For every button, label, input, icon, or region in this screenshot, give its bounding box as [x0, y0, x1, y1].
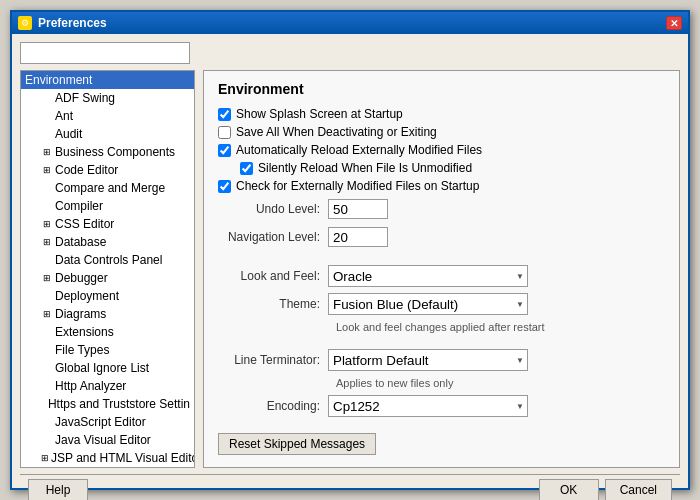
theme-row: Theme: Fusion Blue (Default) Dark Light [218, 293, 665, 315]
sidebar-label-file-types: File Types [55, 343, 109, 357]
field-input-navigation-level[interactable] [328, 227, 388, 247]
line-terminator-select[interactable]: Platform Default Unix (\n) Windows (\r\n… [328, 349, 528, 371]
sidebar-item-database[interactable]: ⊞Database [21, 233, 194, 251]
field-label-navigation-level: Navigation Level: [218, 230, 328, 244]
search-input[interactable] [20, 42, 190, 64]
checkbox-row-save-all: Save All When Deactivating or Exiting [218, 125, 665, 139]
sidebar-item-ant[interactable]: Ant [21, 107, 194, 125]
window-title: Preferences [38, 16, 107, 30]
checkbox-row-auto-reload: Automatically Reload Externally Modified… [218, 143, 665, 157]
checkbox-show-splash[interactable] [218, 108, 231, 121]
lt-hint: Applies to new files only [336, 377, 665, 389]
checkbox-label-check-external: Check for Externally Modified Files on S… [236, 179, 479, 193]
sidebar-label-debugger: Debugger [55, 271, 108, 285]
expand-icon-business-components[interactable]: ⊞ [41, 147, 53, 157]
title-bar: ⚙ Preferences ✕ [12, 12, 688, 34]
sidebar-label-https-truststore: Https and Truststore Settin [48, 397, 190, 411]
sidebar-label-audit: Audit [55, 127, 82, 141]
checkbox-row-check-external: Check for Externally Modified Files on S… [218, 179, 665, 193]
sidebar-label-extensions: Extensions [55, 325, 114, 339]
ok-button[interactable]: OK [539, 479, 599, 500]
sidebar-list: EnvironmentADF SwingAntAudit⊞Business Co… [21, 71, 194, 467]
sidebar-item-adf-swing[interactable]: ADF Swing [21, 89, 194, 107]
sidebar-label-ant: Ant [55, 109, 73, 123]
window-body: EnvironmentADF SwingAntAudit⊞Business Co… [12, 34, 688, 500]
sidebar-label-database: Database [55, 235, 106, 249]
field-input-undo-level[interactable] [328, 199, 388, 219]
checkbox-save-all[interactable] [218, 126, 231, 139]
sidebar-label-css-editor: CSS Editor [55, 217, 114, 231]
sidebar-item-code-editor[interactable]: ⊞Code Editor [21, 161, 194, 179]
sidebar-label-diagrams: Diagrams [55, 307, 106, 321]
preferences-window: ⚙ Preferences ✕ EnvironmentADF SwingAntA… [10, 10, 690, 490]
sidebar: EnvironmentADF SwingAntAudit⊞Business Co… [20, 70, 195, 468]
sidebar-label-compare-and-merge: Compare and Merge [55, 181, 165, 195]
theme-select[interactable]: Fusion Blue (Default) Dark Light [328, 293, 528, 315]
sidebar-label-adf-swing: ADF Swing [55, 91, 115, 105]
sidebar-label-global-ignore-list: Global Ignore List [55, 361, 149, 375]
footer: Help OK Cancel [20, 474, 680, 500]
checkbox-row-show-splash: Show Splash Screen at Startup [218, 107, 665, 121]
look-and-feel-label: Look and Feel: [218, 269, 328, 283]
checkbox-silently-reload[interactable] [240, 162, 253, 175]
field-row-undo-level: Undo Level: [218, 199, 665, 219]
checkbox-label-save-all: Save All When Deactivating or Exiting [236, 125, 437, 139]
field-row-navigation-level: Navigation Level: [218, 227, 665, 247]
checkbox-check-external[interactable] [218, 180, 231, 193]
theme-wrapper: Fusion Blue (Default) Dark Light [328, 293, 528, 315]
field-label-undo-level: Undo Level: [218, 202, 328, 216]
checkboxes-container: Show Splash Screen at StartupSave All Wh… [218, 107, 665, 193]
sidebar-item-compare-and-merge[interactable]: Compare and Merge [21, 179, 194, 197]
right-panel: Environment Show Splash Screen at Startu… [203, 70, 680, 468]
sidebar-item-jsp-html-editor[interactable]: ⊞JSP and HTML Visual Editor [21, 449, 194, 467]
reset-button[interactable]: Reset Skipped Messages [218, 433, 376, 455]
help-button[interactable]: Help [28, 479, 88, 500]
look-and-feel-wrapper: Oracle Windows Metal Nimbus [328, 265, 528, 287]
checkbox-auto-reload[interactable] [218, 144, 231, 157]
look-and-feel-row: Look and Feel: Oracle Windows Metal Nimb… [218, 265, 665, 287]
footer-right: OK Cancel [539, 479, 672, 500]
expand-icon-diagrams[interactable]: ⊞ [41, 309, 53, 319]
sidebar-item-http-analyzer[interactable]: Http Analyzer [21, 377, 194, 395]
sidebar-item-java-visual-editor[interactable]: Java Visual Editor [21, 431, 194, 449]
sidebar-label-http-analyzer: Http Analyzer [55, 379, 126, 393]
encoding-select[interactable]: Cp1252 UTF-8 UTF-16 ISO-8859-1 [328, 395, 528, 417]
sidebar-item-compiler[interactable]: Compiler [21, 197, 194, 215]
sidebar-item-https-truststore[interactable]: Https and Truststore Settin [21, 395, 194, 413]
sidebar-label-deployment: Deployment [55, 289, 119, 303]
line-terminator-row: Line Terminator: Platform Default Unix (… [218, 349, 665, 371]
sidebar-item-debugger[interactable]: ⊞Debugger [21, 269, 194, 287]
sidebar-item-deployment[interactable]: Deployment [21, 287, 194, 305]
encoding-row: Encoding: Cp1252 UTF-8 UTF-16 ISO-8859-1 [218, 395, 665, 417]
sidebar-item-diagrams[interactable]: ⊞Diagrams [21, 305, 194, 323]
sidebar-item-file-types[interactable]: File Types [21, 341, 194, 359]
theme-label: Theme: [218, 297, 328, 311]
expand-icon-database[interactable]: ⊞ [41, 237, 53, 247]
expand-icon-debugger[interactable]: ⊞ [41, 273, 53, 283]
expand-icon-css-editor[interactable]: ⊞ [41, 219, 53, 229]
sidebar-label-java-visual-editor: Java Visual Editor [55, 433, 151, 447]
checkbox-label-auto-reload: Automatically Reload Externally Modified… [236, 143, 482, 157]
panel-title: Environment [218, 81, 665, 97]
laf-hint: Look and feel changes applied after rest… [336, 321, 665, 333]
sidebar-item-global-ignore-list[interactable]: Global Ignore List [21, 359, 194, 377]
sidebar-item-extensions[interactable]: Extensions [21, 323, 194, 341]
line-terminator-wrapper: Platform Default Unix (\n) Windows (\r\n… [328, 349, 528, 371]
expand-icon-jsp-html-editor[interactable]: ⊞ [41, 453, 49, 463]
checkbox-label-silently-reload: Silently Reload When File Is Unmodified [258, 161, 472, 175]
sidebar-item-javascript-editor[interactable]: JavaScript Editor [21, 413, 194, 431]
sidebar-item-audit[interactable]: Audit [21, 125, 194, 143]
sidebar-item-environment[interactable]: Environment [21, 71, 194, 89]
encoding-wrapper: Cp1252 UTF-8 UTF-16 ISO-8859-1 [328, 395, 528, 417]
sidebar-item-business-components[interactable]: ⊞Business Components [21, 143, 194, 161]
expand-icon-code-editor[interactable]: ⊞ [41, 165, 53, 175]
checkbox-row-silently-reload: Silently Reload When File Is Unmodified [218, 161, 665, 175]
look-and-feel-select[interactable]: Oracle Windows Metal Nimbus [328, 265, 528, 287]
fields-container: Undo Level:Navigation Level: [218, 199, 665, 247]
main-content: EnvironmentADF SwingAntAudit⊞Business Co… [20, 70, 680, 468]
cancel-button[interactable]: Cancel [605, 479, 672, 500]
sidebar-item-data-controls-panel[interactable]: Data Controls Panel [21, 251, 194, 269]
close-button[interactable]: ✕ [666, 16, 682, 30]
sidebar-item-css-editor[interactable]: ⊞CSS Editor [21, 215, 194, 233]
sidebar-label-environment: Environment [25, 73, 92, 87]
